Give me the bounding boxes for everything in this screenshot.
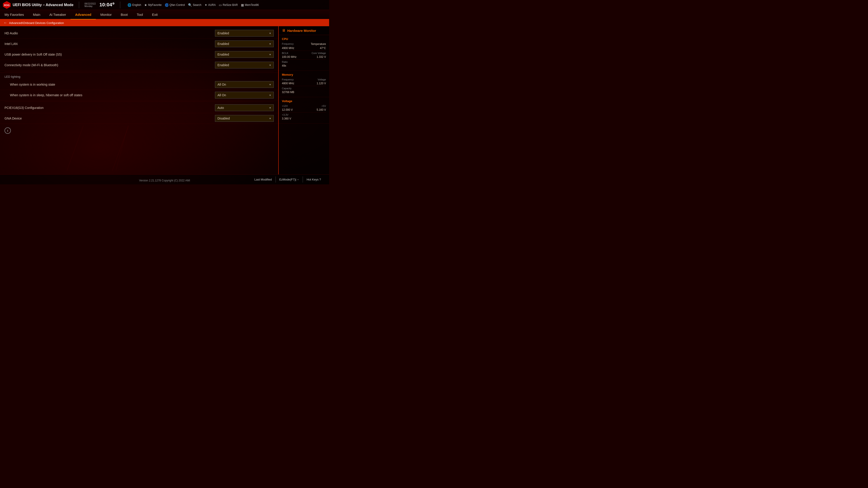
rog-logo-icon: ROG (3, 1, 11, 9)
nav-main[interactable]: Main (29, 10, 45, 20)
led-sleep-row: When system is in sleep, hibernate or so… (0, 90, 278, 101)
hw-monitor-title: Hardware Monitor (287, 29, 316, 33)
datetime-area: 08/22/2022 Monday (85, 2, 96, 7)
pciex16-dropdown[interactable]: Auto ▼ (215, 104, 274, 111)
cpu-divider (282, 51, 326, 51)
cpu-bclk-row: BCLK Core Voltage (282, 52, 326, 55)
nav-ai-tweaker[interactable]: Ai Tweaker (45, 10, 70, 20)
led-sleep-dropdown-arrow: ▼ (269, 94, 271, 96)
qfan-tool[interactable]: 🌀 Qfan Control (165, 3, 185, 7)
globe-icon: 🌐 (127, 3, 131, 7)
ezmode-btn[interactable]: EzMode(F7)|→ (276, 176, 303, 183)
fan-icon: 🌀 (165, 3, 168, 7)
breadcrumb-text: Advanced\Onboard Devices Configuration (9, 21, 64, 25)
nav-bar: My Favorites Main Ai Tweaker Advanced Mo… (0, 10, 329, 20)
connectivity-value: Enabled (217, 63, 229, 67)
mem-frequency-value: 4800 MHz (282, 82, 294, 85)
intel-lan-dropdown[interactable]: Enabled ▼ (215, 40, 274, 47)
gna-device-label: GNA Device (4, 117, 22, 120)
resize-bar-tool[interactable]: ▭ ReSize BAR (219, 3, 238, 7)
voltage-section-title: Voltage (282, 99, 326, 103)
info-area: i (0, 124, 278, 137)
nav-exit[interactable]: Exit (147, 10, 162, 20)
voltage-33v-row: +3.3V (282, 113, 326, 116)
monitor-icon: 🖥 (282, 29, 285, 33)
mem-capacity-row: Capacity (282, 87, 326, 90)
hd-audio-dropdown[interactable]: Enabled ▼ (215, 30, 274, 37)
voltage-33v-label: +3.3V (282, 113, 288, 116)
usb-power-dropdown-arrow: ▼ (269, 53, 271, 56)
cpu-corevoltage-label: Core Voltage (311, 52, 326, 55)
led-working-dropdown[interactable]: All On ▼ (215, 81, 274, 88)
pciex16-value: Auto (217, 106, 224, 109)
pciex16-dropdown-arrow: ▼ (269, 107, 271, 109)
top-tools: 🌐 English ★ MyFavorite 🌀 Qfan Control 🔍 … (127, 3, 327, 7)
bottom-actions: Last Modified EzMode(F7)|→ Hot Keys ? (251, 176, 324, 183)
hd-audio-dropdown-arrow: ▼ (269, 32, 271, 35)
cpu-ratio-value: 49x (282, 64, 286, 67)
nav-monitor[interactable]: Monitor (96, 10, 116, 20)
back-button[interactable]: ← (4, 21, 7, 25)
led-working-value: All On (217, 83, 226, 86)
day-label: Monday (85, 5, 93, 7)
voltage-12v-label: +12V (282, 105, 288, 107)
mem-frequency-row: Frequency Voltage (282, 78, 326, 81)
led-divider (4, 71, 274, 72)
usb-power-row: USB power delivery in Soft Off state (S5… (0, 49, 278, 60)
logo-area: ROG UEFI BIOS Utility – Advanced Mode (3, 1, 73, 9)
mem-divider (282, 86, 326, 86)
pciex16-row: PCIEX16(G3) Configuration Auto ▼ (0, 103, 278, 113)
led-sleep-value: All On (217, 93, 226, 97)
hd-audio-label: HD Audio (4, 31, 18, 35)
connectivity-label: Connectivity mode (Wi-Fi & Bluetooth) (4, 63, 58, 67)
info-button[interactable]: i (4, 127, 11, 134)
memtest-tool[interactable]: ▦ MemTest86 (241, 3, 259, 7)
top-divider (79, 2, 79, 8)
english-tool[interactable]: 🌐 English (127, 3, 141, 7)
led-working-label: When system is in working state (4, 83, 55, 86)
hardware-monitor-panel: 🖥 Hardware Monitor CPU Frequency Tempera… (278, 26, 329, 174)
intel-lan-value: Enabled (217, 42, 229, 46)
mem-capacity-value: 32768 MB (282, 91, 294, 94)
memtest-icon: ▦ (241, 3, 244, 7)
connectivity-dropdown[interactable]: Enabled ▼ (215, 62, 274, 68)
mem-frequency-value-row: 4800 MHz 1.120 V (282, 82, 326, 85)
hd-audio-value: Enabled (217, 31, 229, 35)
voltage-section: Voltage +12V +5V 12.000 V 5.160 V +3.3V … (279, 97, 329, 124)
mem-voltage-value: 1.120 V (317, 82, 326, 85)
pciex16-label: PCIEX16(G3) Configuration (4, 106, 43, 109)
myfavorite-tool[interactable]: ★ MyFavorite (144, 3, 161, 7)
voltage-33v-value: 3.360 V (282, 117, 291, 120)
mem-frequency-label: Frequency (282, 78, 293, 81)
search-icon: 🔍 (188, 3, 192, 7)
intel-lan-label: Intel LAN (4, 42, 18, 46)
settings-panel: HD Audio Enabled ▼ Intel LAN Enabled ▼ U… (0, 26, 278, 174)
led-working-row: When system is in working state All On ▼ (0, 79, 278, 90)
led-sleep-dropdown[interactable]: All On ▼ (215, 92, 274, 98)
bottom-bar: Version 2.21.1278 Copyright (C) 2022 AMI… (0, 174, 329, 184)
usb-power-dropdown[interactable]: Enabled ▼ (215, 51, 274, 58)
cpu-bclk-value-row: 100.00 MHz 1.332 V (282, 55, 326, 59)
nav-my-favorites[interactable]: My Favorites (0, 10, 29, 20)
hotkeys-btn[interactable]: Hot Keys ? (303, 176, 324, 183)
aura-tool[interactable]: ✦ AURA (205, 3, 216, 7)
gna-device-dropdown[interactable]: Disabled ▼ (215, 115, 274, 122)
pcie-divider (4, 101, 274, 102)
voltage-12v-row: +12V +5V (282, 105, 326, 107)
voltage-33v-value-row: 3.360 V (282, 117, 326, 120)
nav-advanced[interactable]: Advanced (70, 10, 96, 20)
search-tool[interactable]: 🔍 Search (188, 3, 202, 7)
usb-power-label: USB power delivery in Soft Off state (S5… (4, 53, 62, 56)
connectivity-row: Connectivity mode (Wi-Fi & Bluetooth) En… (0, 60, 278, 70)
nav-boot[interactable]: Boot (116, 10, 132, 20)
gna-device-dropdown-arrow: ▼ (269, 117, 271, 120)
favorite-icon: ★ (144, 3, 147, 7)
mem-capacity-value-row: 32768 MB (282, 91, 326, 94)
voltage-12v-value-row: 12.000 V 5.160 V (282, 108, 326, 111)
last-modified-btn[interactable]: Last Modified (251, 176, 275, 183)
cpu-section: CPU Frequency Temperature 4900 MHz 47°C … (279, 35, 329, 71)
nav-tool[interactable]: Tool (132, 10, 148, 20)
cpu-bclk-value: 100.00 MHz (282, 55, 297, 59)
gna-device-row: GNA Device Disabled ▼ (0, 113, 278, 124)
main-layout: HD Audio Enabled ▼ Intel LAN Enabled ▼ U… (0, 26, 329, 174)
